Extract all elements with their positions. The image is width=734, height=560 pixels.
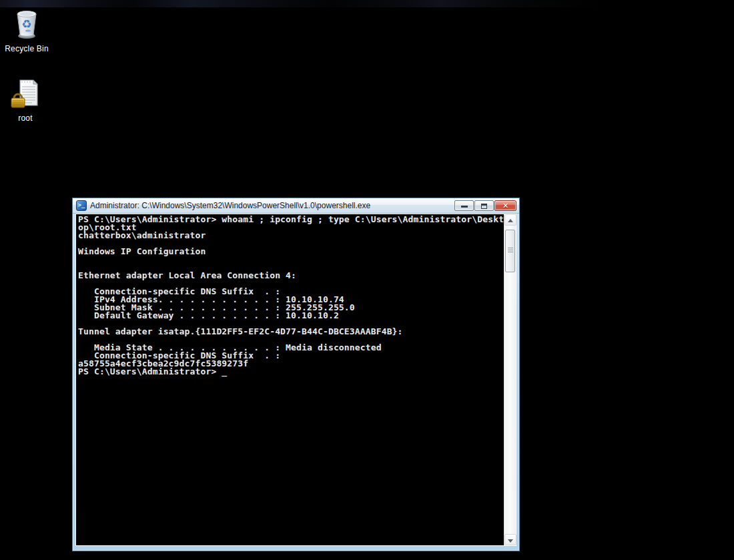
terminal-output: PS C:\Users\Administrator> whoami ; ipco… [76,214,504,376]
maximize-button[interactable] [474,200,494,211]
root-file-label: root [0,113,51,123]
powershell-window: >_ Administrator: C:\Windows\System32\Wi… [72,198,520,551]
powershell-app-icon: >_ [76,200,87,211]
window-titlebar[interactable]: >_ Administrator: C:\Windows\System32\Wi… [73,198,519,214]
close-icon: ✕ [495,201,516,210]
scroll-up-button[interactable] [504,214,516,226]
recycle-bin-label: Recycle Bin [1,44,52,53]
console-scrollbar[interactable] [504,214,516,545]
scrollbar-thumb[interactable] [505,230,515,272]
minimize-icon [461,206,468,208]
minimize-button[interactable] [454,200,474,211]
desktop-icon-root-txt[interactable]: root [0,75,51,123]
console-screen[interactable]: PS C:\Users\Administrator> whoami ; ipco… [76,214,504,545]
maximize-icon [481,204,487,209]
console-client-area: PS C:\Users\Administrator> whoami ; ipco… [75,214,516,546]
close-button[interactable]: ✕ [494,200,516,211]
recycle-bin-icon: ♻ [11,8,42,43]
scrollbar-grip-icon [508,248,513,254]
arrow-up-icon [508,219,513,222]
scroll-down-button[interactable] [504,534,516,545]
desktop-icon-recycle-bin[interactable]: ♻ Recycle Bin [1,8,52,53]
caption-buttons: ✕ [454,200,516,211]
window-title: Administrator: C:\Windows\System32\Windo… [90,201,454,210]
desktop-wallpaper [0,0,734,7]
arrow-down-icon [508,539,513,543]
locked-text-file-icon [8,75,43,112]
svg-text:♻: ♻ [21,17,31,31]
